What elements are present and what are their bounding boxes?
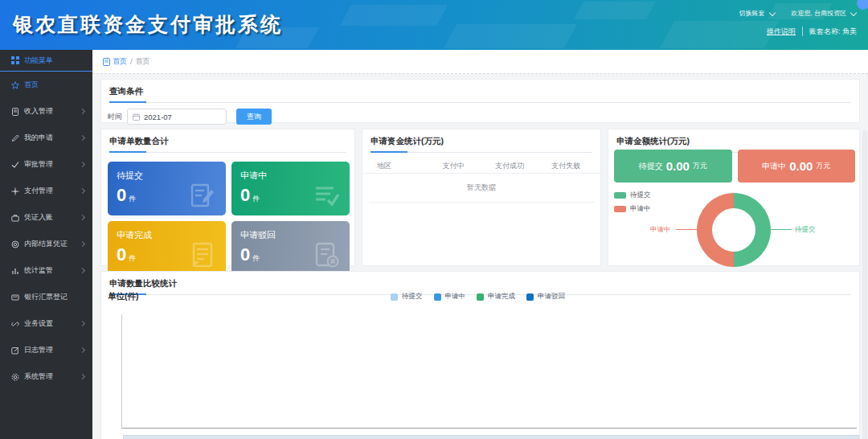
account-name-label: 账套名称: 角美: [809, 27, 857, 37]
document-edit-icon: [189, 182, 216, 209]
card-completed[interactable]: 申请完成 0件: [108, 221, 226, 275]
bar-chart-icon: [11, 267, 19, 275]
breadcrumb: 首页 / 首页: [92, 50, 868, 74]
column-header-success: 支付成功: [481, 161, 538, 171]
funds-stats-panel: 申请资金统计(万元) 地区 支付中 支付成功 支付失败 暂无数据: [362, 129, 601, 266]
sidebar-item-home[interactable]: 首页: [0, 72, 92, 98]
sidebar-menu-header: 功能菜单: [0, 50, 92, 72]
donut-chart[interactable]: [697, 193, 771, 267]
sidebar-item-business-settings[interactable]: 业务设置: [0, 310, 92, 337]
vertical-scrollbar[interactable]: [862, 130, 867, 439]
welcome-user-dropdown[interactable]: 欢迎您, 台商投资区: [792, 9, 846, 18]
unit-label: 单位(件): [108, 291, 139, 302]
count-summary-title: 申请单数量合计: [109, 136, 346, 153]
chevron-down-icon[interactable]: [770, 9, 776, 14]
amount-stats-panel: 申请金额统计(万元) 待提交 0.00 万元 申请中 0.00 万元 待提交 申…: [608, 129, 860, 266]
legend-item-in-progress[interactable]: 申请中: [434, 292, 466, 302]
chart-legend: 待提交 申请中 申请完成 申请驳回: [391, 292, 565, 302]
legend-item-rejected[interactable]: 申请驳回: [526, 292, 565, 302]
donut-label-line: [771, 229, 792, 230]
card-in-progress[interactable]: 申请中 0件: [231, 162, 350, 215]
query-panel: 查询条件 时间 2021-07 查询: [100, 79, 860, 123]
amount-box-pending[interactable]: 待提交 0.00 万元: [614, 150, 732, 183]
header-decoration: [574, 2, 656, 19]
pen-icon: [11, 134, 19, 142]
header-decoration: [340, 5, 448, 26]
briefcase-icon: [11, 214, 19, 222]
legend-swatch: [434, 293, 441, 301]
legend-swatch: [614, 206, 626, 212]
time-label: 时间: [108, 112, 122, 122]
time-picker-input[interactable]: 2021-07: [127, 109, 227, 125]
calendar-icon: [133, 113, 140, 121]
grid-menu-icon: [11, 56, 19, 64]
chevron-right-icon: [80, 347, 85, 353]
document-icon: [189, 241, 216, 269]
operation-guide-link[interactable]: 操作说明: [767, 27, 796, 37]
chevron-right-icon: [80, 109, 85, 114]
legend-swatch: [477, 293, 484, 301]
bar-chart-plot-area: [121, 314, 857, 429]
sidebar-item-bank-draft[interactable]: 银行汇票登记: [0, 284, 92, 310]
main-content: 首页 / 首页 查询条件 时间 2021-07 查询 申请单数量合计 待提交 0…: [92, 50, 868, 439]
search-button[interactable]: 查询: [236, 109, 272, 125]
gear-icon: [11, 240, 19, 248]
datazoom-slider[interactable]: [123, 435, 859, 439]
sidebar-item-log[interactable]: 日志管理: [0, 337, 92, 363]
header-divider: [802, 27, 803, 36]
table-header-row: 地区 支付中 支付成功 支付失败: [362, 159, 600, 174]
funds-stats-title: 申请资金统计(万元): [371, 136, 592, 153]
column-header-region: 地区: [369, 161, 425, 171]
sidebar-item-income[interactable]: 收入管理: [0, 98, 92, 125]
switch-account-dropdown[interactable]: 切换账套: [739, 9, 765, 18]
chevron-right-icon: [80, 188, 85, 194]
donut-label-in-progress: 申请中: [650, 225, 671, 235]
app-header: 银农直联资金支付审批系统 切换账套 欢迎您, 台商投资区 操作说明 账套名称: …: [0, 0, 868, 50]
empty-data-message: 暂无数据: [369, 174, 594, 203]
sidebar-item-statistics[interactable]: 统计监管: [0, 257, 92, 284]
column-header-failed: 支付失败: [538, 161, 594, 171]
sidebar-item-internal-settlement[interactable]: 内部结算凭证: [0, 231, 92, 257]
card-pending-submit[interactable]: 待提交 0件: [108, 162, 226, 215]
corner-dot: [857, 0, 868, 10]
document-icon: [103, 58, 110, 66]
document-reject-icon: [313, 241, 340, 269]
legend-item-completed[interactable]: 申请完成: [477, 292, 515, 302]
sidebar-item-my-applications[interactable]: 我的申请: [0, 125, 92, 151]
count-summary-panel: 申请单数量合计 待提交 0件 申请中 0件 申请完成 0件 申请驳回 0件: [100, 129, 355, 266]
breadcrumb-separator: /: [130, 58, 133, 66]
list-check-icon: [313, 182, 340, 209]
chevron-right-icon: [80, 241, 85, 247]
chevron-right-icon: [80, 268, 85, 273]
breadcrumb-current: 首页: [136, 56, 150, 67]
chevron-right-icon: [80, 162, 85, 167]
chevron-down-icon[interactable]: [851, 9, 857, 14]
sidebar-item-voucher-entry[interactable]: 凭证入账: [0, 204, 92, 231]
legend-item-pending[interactable]: 待提交: [391, 292, 423, 302]
sidebar-item-approval[interactable]: 审批管理: [0, 151, 92, 178]
donut-label-pending: 待提交: [795, 225, 816, 235]
app-title: 银农直联资金支付审批系统: [13, 11, 283, 38]
legend-swatch: [526, 293, 534, 301]
chevron-right-icon: [80, 215, 85, 220]
card-rejected[interactable]: 申请驳回 0件: [231, 221, 350, 275]
link-icon: [11, 320, 19, 328]
sidebar-item-payment[interactable]: 支付管理: [0, 178, 92, 204]
check-icon: [11, 161, 19, 169]
sidebar-item-system[interactable]: 系统管理: [0, 363, 92, 390]
edit-square-icon: [11, 347, 19, 355]
legend-item-pending[interactable]: 待提交: [614, 191, 651, 200]
document-icon: [11, 108, 19, 116]
chevron-right-icon: [80, 135, 85, 141]
donut-label-line: [676, 229, 697, 230]
header-decoration: [444, 24, 577, 48]
donut-legend: 待提交 申请中: [614, 191, 651, 214]
chevron-right-icon: [80, 374, 85, 380]
legend-item-in-progress[interactable]: 申请中: [614, 204, 651, 214]
amount-box-in-progress[interactable]: 申请中 0.00 万元: [738, 150, 856, 183]
chevron-right-icon: [80, 321, 85, 326]
column-header-paying: 支付中: [425, 161, 481, 171]
breadcrumb-home[interactable]: 首页: [103, 56, 127, 67]
star-icon: [11, 81, 19, 89]
query-panel-title: 查询条件: [109, 86, 851, 103]
